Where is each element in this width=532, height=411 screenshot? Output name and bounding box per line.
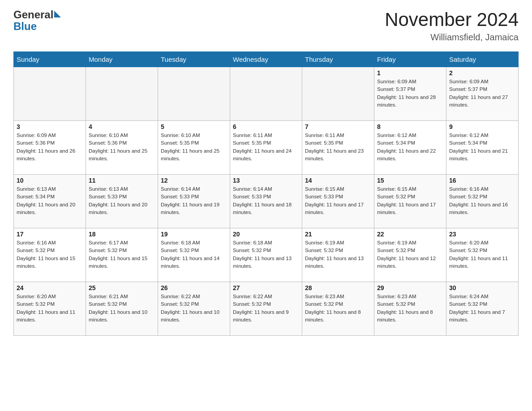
- day-info: Sunrise: 6:23 AM Sunset: 5:32 PM Dayligh…: [377, 293, 443, 324]
- calendar-header-row: SundayMondayTuesdayWednesdayThursdayFrid…: [14, 52, 519, 67]
- calendar-day-cell: 1Sunrise: 6:09 AM Sunset: 5:37 PM Daylig…: [374, 67, 446, 121]
- day-number: 25: [89, 284, 155, 291]
- calendar-day-cell: 14Sunrise: 6:15 AM Sunset: 5:33 PM Dayli…: [302, 175, 374, 228]
- calendar-day-cell: 24Sunrise: 6:20 AM Sunset: 5:32 PM Dayli…: [14, 282, 86, 336]
- calendar-day-cell: 23Sunrise: 6:20 AM Sunset: 5:32 PM Dayli…: [446, 228, 519, 282]
- day-number: 3: [17, 123, 83, 130]
- day-info: Sunrise: 6:20 AM Sunset: 5:32 PM Dayligh…: [17, 293, 83, 324]
- day-info: Sunrise: 6:24 AM Sunset: 5:32 PM Dayligh…: [449, 293, 515, 324]
- day-number: 11: [89, 177, 155, 184]
- day-info: Sunrise: 6:18 AM Sunset: 5:32 PM Dayligh…: [161, 239, 227, 270]
- day-info: Sunrise: 6:12 AM Sunset: 5:34 PM Dayligh…: [449, 132, 515, 163]
- day-number: 20: [233, 231, 299, 238]
- day-info: Sunrise: 6:13 AM Sunset: 5:33 PM Dayligh…: [89, 185, 155, 216]
- day-number: 12: [161, 177, 227, 184]
- day-number: 10: [17, 177, 83, 184]
- day-number: 4: [89, 123, 155, 130]
- day-number: 22: [377, 231, 443, 238]
- calendar-day-cell: 16Sunrise: 6:16 AM Sunset: 5:32 PM Dayli…: [446, 175, 519, 228]
- calendar-day-cell: [158, 67, 230, 121]
- day-number: 30: [449, 284, 515, 291]
- calendar-day-cell: 8Sunrise: 6:12 AM Sunset: 5:34 PM Daylig…: [374, 121, 446, 175]
- logo-general-text: General: [13, 9, 53, 21]
- day-info: Sunrise: 6:11 AM Sunset: 5:35 PM Dayligh…: [305, 132, 371, 163]
- day-number: 19: [161, 231, 227, 238]
- day-info: Sunrise: 6:17 AM Sunset: 5:32 PM Dayligh…: [89, 239, 155, 270]
- logo-blue-text: Blue: [13, 20, 37, 32]
- day-info: Sunrise: 6:09 AM Sunset: 5:36 PM Dayligh…: [17, 132, 83, 163]
- day-info: Sunrise: 6:11 AM Sunset: 5:35 PM Dayligh…: [233, 132, 299, 163]
- calendar-day-cell: 10Sunrise: 6:13 AM Sunset: 5:34 PM Dayli…: [14, 175, 86, 228]
- calendar-day-cell: 7Sunrise: 6:11 AM Sunset: 5:35 PM Daylig…: [302, 121, 374, 175]
- calendar-day-header: Friday: [374, 52, 446, 67]
- calendar-day-cell: 20Sunrise: 6:18 AM Sunset: 5:32 PM Dayli…: [230, 228, 302, 282]
- logo-triangle-icon: [54, 11, 61, 17]
- day-info: Sunrise: 6:15 AM Sunset: 5:32 PM Dayligh…: [377, 185, 443, 216]
- calendar-day-header: Saturday: [446, 52, 519, 67]
- calendar-week-row: 24Sunrise: 6:20 AM Sunset: 5:32 PM Dayli…: [14, 282, 519, 336]
- day-number: 1: [377, 69, 443, 77]
- calendar-day-cell: 18Sunrise: 6:17 AM Sunset: 5:32 PM Dayli…: [86, 228, 158, 282]
- calendar-day-cell: 5Sunrise: 6:10 AM Sunset: 5:35 PM Daylig…: [158, 121, 230, 175]
- day-number: 27: [233, 284, 299, 291]
- day-number: 15: [377, 177, 443, 184]
- day-info: Sunrise: 6:12 AM Sunset: 5:34 PM Dayligh…: [377, 132, 443, 163]
- day-info: Sunrise: 6:22 AM Sunset: 5:32 PM Dayligh…: [161, 293, 227, 324]
- calendar-day-header: Thursday: [302, 52, 374, 67]
- calendar-week-row: 10Sunrise: 6:13 AM Sunset: 5:34 PM Dayli…: [14, 175, 519, 228]
- day-info: Sunrise: 6:10 AM Sunset: 5:36 PM Dayligh…: [89, 132, 155, 163]
- calendar-week-row: 1Sunrise: 6:09 AM Sunset: 5:37 PM Daylig…: [14, 67, 519, 121]
- calendar-day-cell: [14, 67, 86, 121]
- day-info: Sunrise: 6:09 AM Sunset: 5:37 PM Dayligh…: [377, 78, 443, 109]
- day-info: Sunrise: 6:23 AM Sunset: 5:32 PM Dayligh…: [305, 293, 371, 324]
- day-number: 16: [449, 177, 515, 184]
- day-number: 13: [233, 177, 299, 184]
- day-number: 14: [305, 177, 371, 184]
- day-info: Sunrise: 6:15 AM Sunset: 5:33 PM Dayligh…: [305, 185, 371, 216]
- calendar-week-row: 3Sunrise: 6:09 AM Sunset: 5:36 PM Daylig…: [14, 121, 519, 175]
- day-number: 28: [305, 284, 371, 291]
- day-number: 9: [449, 123, 515, 130]
- calendar-day-cell: 30Sunrise: 6:24 AM Sunset: 5:32 PM Dayli…: [446, 282, 519, 336]
- calendar-day-cell: 28Sunrise: 6:23 AM Sunset: 5:32 PM Dayli…: [302, 282, 374, 336]
- logo: General Blue: [13, 9, 61, 33]
- calendar-day-cell: 4Sunrise: 6:10 AM Sunset: 5:36 PM Daylig…: [86, 121, 158, 175]
- calendar-day-cell: 12Sunrise: 6:14 AM Sunset: 5:33 PM Dayli…: [158, 175, 230, 228]
- calendar-table: SundayMondayTuesdayWednesdayThursdayFrid…: [13, 51, 519, 336]
- calendar-day-cell: 26Sunrise: 6:22 AM Sunset: 5:32 PM Dayli…: [158, 282, 230, 336]
- calendar-day-cell: 15Sunrise: 6:15 AM Sunset: 5:32 PM Dayli…: [374, 175, 446, 228]
- calendar-day-cell: 11Sunrise: 6:13 AM Sunset: 5:33 PM Dayli…: [86, 175, 158, 228]
- day-info: Sunrise: 6:14 AM Sunset: 5:33 PM Dayligh…: [161, 185, 227, 216]
- day-info: Sunrise: 6:09 AM Sunset: 5:37 PM Dayligh…: [449, 78, 515, 109]
- calendar-day-cell: 2Sunrise: 6:09 AM Sunset: 5:37 PM Daylig…: [446, 67, 519, 121]
- day-info: Sunrise: 6:22 AM Sunset: 5:32 PM Dayligh…: [233, 293, 299, 324]
- calendar-day-cell: 25Sunrise: 6:21 AM Sunset: 5:32 PM Dayli…: [86, 282, 158, 336]
- day-info: Sunrise: 6:19 AM Sunset: 5:32 PM Dayligh…: [377, 239, 443, 270]
- page-header: General Blue November 2024 Williamsfield…: [13, 9, 519, 43]
- calendar-day-cell: 29Sunrise: 6:23 AM Sunset: 5:32 PM Dayli…: [374, 282, 446, 336]
- day-info: Sunrise: 6:16 AM Sunset: 5:32 PM Dayligh…: [449, 185, 515, 216]
- day-info: Sunrise: 6:20 AM Sunset: 5:32 PM Dayligh…: [449, 239, 515, 270]
- day-info: Sunrise: 6:16 AM Sunset: 5:32 PM Dayligh…: [17, 239, 83, 270]
- calendar-day-cell: 21Sunrise: 6:19 AM Sunset: 5:32 PM Dayli…: [302, 228, 374, 282]
- calendar-day-cell: 22Sunrise: 6:19 AM Sunset: 5:32 PM Dayli…: [374, 228, 446, 282]
- day-info: Sunrise: 6:19 AM Sunset: 5:32 PM Dayligh…: [305, 239, 371, 270]
- location-subtitle: Williamsfield, Jamaica: [385, 32, 519, 43]
- day-number: 18: [89, 231, 155, 238]
- calendar-day-cell: 13Sunrise: 6:14 AM Sunset: 5:33 PM Dayli…: [230, 175, 302, 228]
- calendar-day-cell: [86, 67, 158, 121]
- day-number: 7: [305, 123, 371, 130]
- month-year-title: November 2024: [385, 9, 519, 30]
- day-number: 6: [233, 123, 299, 130]
- day-number: 5: [161, 123, 227, 130]
- calendar-day-cell: 3Sunrise: 6:09 AM Sunset: 5:36 PM Daylig…: [14, 121, 86, 175]
- calendar-day-header: Sunday: [14, 52, 86, 67]
- title-block: November 2024 Williamsfield, Jamaica: [385, 9, 519, 43]
- calendar-week-row: 17Sunrise: 6:16 AM Sunset: 5:32 PM Dayli…: [14, 228, 519, 282]
- day-number: 21: [305, 231, 371, 238]
- calendar-day-header: Wednesday: [230, 52, 302, 67]
- calendar-day-cell: [302, 67, 374, 121]
- calendar-day-header: Monday: [86, 52, 158, 67]
- day-info: Sunrise: 6:21 AM Sunset: 5:32 PM Dayligh…: [89, 293, 155, 324]
- day-info: Sunrise: 6:10 AM Sunset: 5:35 PM Dayligh…: [161, 132, 227, 163]
